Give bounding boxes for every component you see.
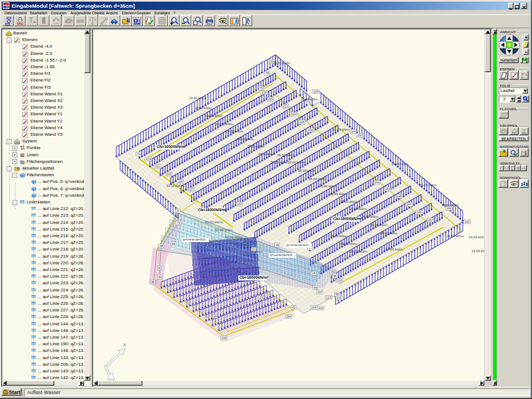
svg-text:20.00 kN/m: 20.00 kN/m: [247, 145, 264, 148]
svg-text:26.00 kN/m: 26.00 kN/m: [350, 207, 367, 211]
svg-text:19: 19: [275, 243, 279, 247]
svg-text:6: 6: [159, 267, 161, 270]
svg-text:q=veränderlich: q=veränderlich: [183, 237, 206, 241]
svg-text:20.00 kN/m: 20.00 kN/m: [195, 106, 212, 110]
svg-text:222: 222: [283, 105, 288, 108]
svg-text:249: 249: [417, 211, 422, 214]
svg-text:26.00 kN/m: 26.00 kN/m: [370, 223, 387, 227]
svg-text:13.00 kN/m: 13.00 kN/m: [273, 62, 290, 65]
svg-text:133: 133: [258, 296, 263, 299]
svg-text:60.00 kN/m: 60.00 kN/m: [215, 228, 233, 232]
svg-text:Cb=16000kN/m²: Cb=16000kN/m²: [198, 208, 227, 212]
svg-text:26.00 kN/m: 26.00 kN/m: [330, 192, 347, 196]
svg-text:Cb=16000kN/m²: Cb=16000kN/m²: [239, 275, 269, 279]
svg-text:63: 63: [292, 306, 295, 309]
svg-text:247: 247: [407, 203, 412, 206]
svg-text:245: 245: [397, 195, 402, 198]
svg-text:78: 78: [265, 71, 269, 75]
svg-text:220: 220: [268, 98, 273, 101]
svg-text:26.00 kN/m: 26.00 kN/m: [330, 234, 347, 238]
svg-text:26.00 kN/m: 26.00 kN/m: [319, 185, 336, 188]
svg-text:26.00 kN/m: 26.00 kN/m: [298, 169, 315, 172]
svg-text:26.00 kN/m: 26.00 kN/m: [361, 215, 378, 218]
svg-text:73: 73: [177, 221, 180, 224]
svg-text:74: 74: [137, 152, 140, 156]
svg-text:98: 98: [335, 293, 339, 296]
svg-text:26.00 kN/m: 26.00 kN/m: [380, 232, 397, 235]
svg-text:26.00 kN/m: 26.00 kN/m: [277, 154, 294, 157]
svg-text:219: 219: [146, 157, 151, 161]
svg-text:100: 100: [222, 336, 227, 340]
svg-text:60.00 kN/m: 60.00 kN/m: [235, 242, 253, 246]
svg-text:13.00 kN/m: 13.00 kN/m: [420, 183, 437, 187]
svg-text:104: 104: [447, 207, 452, 210]
svg-text:13.00 kN/m: 13.00 kN/m: [442, 203, 459, 207]
svg-text:123: 123: [326, 296, 331, 299]
svg-text:13.00 kN/m: 13.00 kN/m: [166, 184, 183, 187]
svg-text:227: 227: [190, 188, 195, 191]
svg-text:28: 28: [160, 244, 163, 248]
svg-text:q=veränderlich: q=veränderlich: [270, 253, 293, 257]
svg-text:2: 2: [523, 181, 525, 185]
svg-text:60.00 kN/m: 60.00 kN/m: [245, 249, 263, 253]
svg-text:X: X: [123, 342, 126, 347]
svg-text:13.00 kN/m: 13.00 kN/m: [447, 234, 464, 238]
svg-text:26.00 kN/m: 26.00 kN/m: [340, 242, 357, 245]
svg-text:20.00 kN/m: 20.00 kN/m: [270, 161, 288, 164]
svg-text:68: 68: [333, 274, 336, 278]
svg-text:13.00 kN/m: 13.00 kN/m: [391, 162, 408, 166]
svg-text:26.00 kN/m: 26.00 kN/m: [288, 161, 305, 164]
svg-text:13.00 kN/m: 13.00 kN/m: [332, 128, 350, 131]
svg-text:102: 102: [465, 220, 470, 223]
svg-text:122: 122: [237, 202, 242, 206]
svg-text:93: 93: [172, 242, 175, 245]
svg-text:226: 226: [300, 120, 305, 124]
svg-text:13.00 kN/m: 13.00 kN/m: [386, 248, 403, 251]
svg-text:29: 29: [213, 315, 217, 318]
svg-text:223: 223: [167, 172, 172, 176]
svg-text:120: 120: [314, 90, 319, 93]
svg-text:218: 218: [262, 91, 267, 94]
svg-text:13.00 kN/m: 13.00 kN/m: [472, 249, 484, 253]
svg-text:243: 243: [385, 187, 390, 191]
svg-text:Cb=16000kN/m²: Cb=16000kN/m²: [333, 217, 362, 221]
svg-text:104: 104: [311, 306, 316, 309]
svg-text:237: 237: [318, 290, 323, 294]
svg-text:215: 215: [337, 296, 342, 300]
svg-text:267: 267: [428, 218, 433, 222]
svg-text:69: 69: [314, 286, 317, 289]
svg-text:224: 224: [291, 112, 296, 116]
svg-text:18: 18: [312, 272, 315, 275]
svg-text:26.00 kN/m: 26.00 kN/m: [350, 250, 367, 253]
svg-text:13.00 kN/m: 13.00 kN/m: [301, 98, 318, 101]
svg-text:104: 104: [357, 134, 362, 137]
svg-text:221: 221: [155, 165, 160, 168]
svg-text:250: 250: [331, 270, 336, 274]
svg-text:13.00 kN/m: 13.00 kN/m: [469, 236, 484, 239]
svg-text:60.00 kN/m: 60.00 kN/m: [205, 220, 223, 224]
svg-text:neu: neu: [17, 21, 24, 25]
svg-text:20.00 kN/m: 20.00 kN/m: [216, 122, 233, 126]
svg-text:114: 114: [351, 130, 356, 133]
svg-text:3: 3: [525, 182, 528, 186]
svg-text:228: 228: [308, 129, 313, 132]
svg-text:225: 225: [178, 180, 183, 183]
svg-text:95: 95: [151, 280, 155, 284]
svg-text:q=veränderlich: q=veränderlich: [286, 243, 309, 247]
svg-text:20.00 kN/m: 20.00 kN/m: [226, 130, 243, 133]
svg-text:75: 75: [259, 86, 263, 90]
svg-text:216: 216: [337, 279, 342, 282]
svg-text:26.00 kN/m: 26.00 kN/m: [309, 177, 326, 181]
svg-text:20.00 kN/m: 20.00 kN/m: [258, 152, 275, 156]
svg-text:60.00 kN/m: 60.00 kN/m: [225, 235, 243, 239]
svg-text:20.00 kN/m: 20.00 kN/m: [237, 137, 254, 141]
svg-text:20.00 kN/m: 20.00 kN/m: [206, 114, 223, 117]
svg-text:214: 214: [319, 306, 324, 310]
svg-text:13.00 kN/m: 13.00 kN/m: [189, 96, 206, 100]
svg-text:26.00 kN/m: 26.00 kN/m: [340, 200, 357, 203]
svg-text:64: 64: [158, 275, 162, 279]
svg-text:Cb=16000kN/m²: Cb=16000kN/m²: [157, 145, 186, 149]
svg-text:254: 254: [287, 315, 291, 318]
svg-text:241: 241: [375, 181, 380, 184]
svg-text:21: 21: [176, 209, 180, 213]
